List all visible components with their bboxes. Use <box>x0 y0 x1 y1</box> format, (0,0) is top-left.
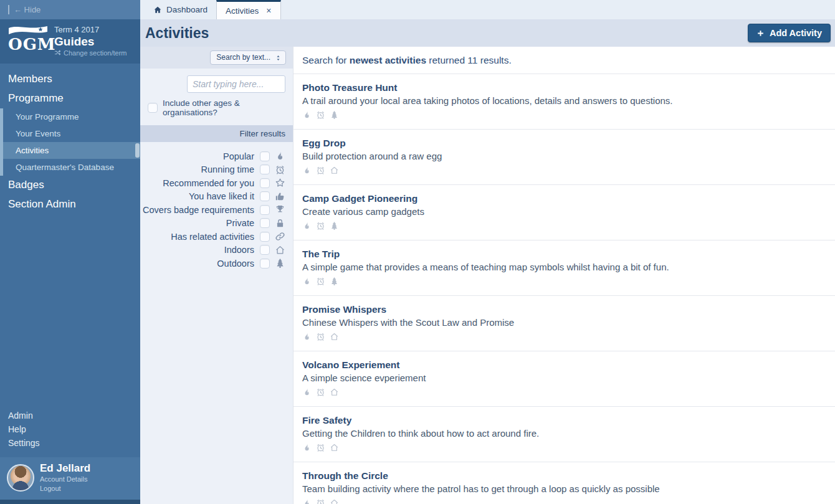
activity-row[interactable]: Volcano ExperiementA simple science evpe… <box>293 351 835 407</box>
link-icon <box>275 231 285 242</box>
search-by-value: Search by text... <box>216 53 270 62</box>
activity-row[interactable]: Through the CircleTeam building activity… <box>293 462 835 504</box>
add-activity-label: Add Activity <box>770 28 822 38</box>
hide-label: ← Hide <box>14 5 41 14</box>
filter-row-private: Private <box>140 217 285 231</box>
sidebar-item-your-events[interactable]: Your Events <box>0 125 140 142</box>
filter-checkbox-outdoors[interactable] <box>260 259 270 269</box>
activity-attribute-icons <box>302 166 826 175</box>
activity-description: Team building activity where the patrol … <box>302 483 826 494</box>
filter-checkbox-you-have-liked-it[interactable] <box>260 191 270 201</box>
logout-link[interactable]: Logout <box>40 484 90 493</box>
hide-divider <box>8 5 9 14</box>
change-section-link[interactable]: Change section/term <box>54 49 127 57</box>
sidebar-item-label: Activities <box>16 146 49 155</box>
filter-checkbox-recommended-for-you[interactable] <box>260 178 270 188</box>
ogm-logo: OGM <box>8 24 48 52</box>
activity-attribute-icons <box>302 443 826 452</box>
filter-row-covers-badge-requirements: Covers badge requirements <box>140 203 285 217</box>
tree-icon <box>330 277 339 286</box>
search-area: Include other ages & organisations? <box>140 69 293 125</box>
activity-title[interactable]: Through the Circle <box>302 470 826 482</box>
filter-results-header: Filter results <box>140 125 293 142</box>
include-other-label: Include other ages & organisations? <box>163 98 285 117</box>
filter-checkbox-has-related-activities[interactable] <box>260 232 270 242</box>
activity-title[interactable]: Volcano Experiement <box>302 359 826 371</box>
filter-row-indoors: Indoors <box>140 244 285 257</box>
include-other-checkbox[interactable] <box>148 103 158 113</box>
tab-activities[interactable]: Activities × <box>216 0 280 19</box>
activity-title[interactable]: Photo Treasure Hunt <box>302 82 826 93</box>
flame-icon <box>302 110 312 120</box>
avatar[interactable] <box>7 464 34 492</box>
tab-bar: Dashboard Activities × <box>140 0 835 19</box>
results-summary: Search for newest activities returned 11… <box>293 47 835 74</box>
results-panel: Search for newest activities returned 11… <box>293 47 835 504</box>
term-label: Term 4 2017 <box>54 26 127 35</box>
activity-row[interactable]: Promise WhispersChinese Whispers with th… <box>293 296 835 351</box>
sidebar-spacer <box>0 214 140 409</box>
activity-description: A trail around your local area taking ph… <box>302 95 826 106</box>
activity-row[interactable]: Egg DropBuild protection around a raw eg… <box>293 130 835 185</box>
sidebar-hide-button[interactable]: ← Hide <box>0 0 140 19</box>
add-activity-button[interactable]: Add Activity <box>748 24 831 42</box>
filter-checkbox-private[interactable] <box>260 218 270 228</box>
alarm-icon <box>275 164 285 175</box>
filter-checkbox-indoors[interactable] <box>260 245 270 255</box>
help-link[interactable]: Help <box>8 422 140 436</box>
account-details-link[interactable]: Account Details <box>40 475 90 484</box>
tab-dashboard-label: Dashboard <box>166 5 208 14</box>
flame-icon <box>302 221 312 231</box>
filter-row-has-related-activities: Has related activities <box>140 230 285 244</box>
scrollbar-thumb[interactable] <box>135 143 140 158</box>
filter-checkbox-covers-badge-requirements[interactable] <box>260 205 270 215</box>
sidebar-item-label: Section Admin <box>8 198 76 210</box>
activity-row[interactable]: Fire SafetyGetting the Children to think… <box>293 407 835 462</box>
filter-label: Has related activities <box>171 232 254 242</box>
activity-row[interactable]: Camp Gadget PioneeringCreate various cam… <box>293 185 835 240</box>
flame-icon <box>302 443 312 452</box>
activity-row[interactable]: The TripA simple game that provides a me… <box>293 240 835 296</box>
sidebar-item-programme[interactable]: Programme <box>0 89 140 108</box>
alarm-icon <box>316 388 325 397</box>
filter-options: PopularRunning timeRecommended for youYo… <box>140 142 293 270</box>
activity-title[interactable]: The Trip <box>302 249 826 260</box>
tab-dashboard[interactable]: Dashboard <box>145 0 216 19</box>
filter-panel: Search by text... Include other ages & o… <box>140 47 293 504</box>
activity-description: Getting the Children to think about how … <box>302 428 826 439</box>
alarm-icon <box>316 110 325 120</box>
logo-acronym: OGM <box>8 36 48 52</box>
search-by-select[interactable]: Search by text... <box>210 50 286 65</box>
activity-attribute-icons <box>302 110 826 120</box>
alarm-icon <box>316 277 325 286</box>
activity-description: Chinese Whispers with the Scout Law and … <box>302 317 826 328</box>
sidebar-item-section-admin[interactable]: Section Admin <box>0 195 140 214</box>
activity-title[interactable]: Camp Gadget Pioneering <box>302 193 826 204</box>
activity-title[interactable]: Promise Whispers <box>302 304 826 315</box>
house-icon <box>330 166 339 175</box>
search-input[interactable] <box>187 75 285 93</box>
sidebar-item-your-programme[interactable]: Your Programme <box>0 108 140 125</box>
sidebar-item-label: Your Programme <box>16 112 79 121</box>
sidebar-item-activities[interactable]: Activities <box>0 142 140 159</box>
filter-checkbox-popular[interactable] <box>260 151 270 161</box>
sidebar-item-quartermaster-s-database[interactable]: Quartermaster's Database <box>0 159 140 176</box>
sidebar-nav: MembersProgrammeYour ProgrammeYour Event… <box>0 64 140 214</box>
sidebar-item-members[interactable]: Members <box>0 70 140 89</box>
alarm-icon <box>316 332 325 341</box>
filter-label: Indoors <box>224 245 254 255</box>
settings-link[interactable]: Settings <box>8 436 140 450</box>
close-icon[interactable]: × <box>266 6 271 15</box>
include-other-row: Include other ages & organisations? <box>148 98 285 117</box>
sidebar-item-label: Members <box>8 73 52 85</box>
house-icon <box>330 332 339 341</box>
filter-checkbox-running-time[interactable] <box>260 164 270 174</box>
flame-icon <box>302 498 312 504</box>
admin-link[interactable]: Admin <box>8 409 140 422</box>
activity-title[interactable]: Fire Safety <box>302 415 826 426</box>
activity-title[interactable]: Egg Drop <box>302 138 826 149</box>
change-section-label: Change section/term <box>64 49 127 57</box>
alarm-icon <box>316 221 325 231</box>
activity-row[interactable]: Photo Treasure HuntA trail around your l… <box>293 74 835 130</box>
sidebar-item-badges[interactable]: Badges <box>0 176 140 195</box>
